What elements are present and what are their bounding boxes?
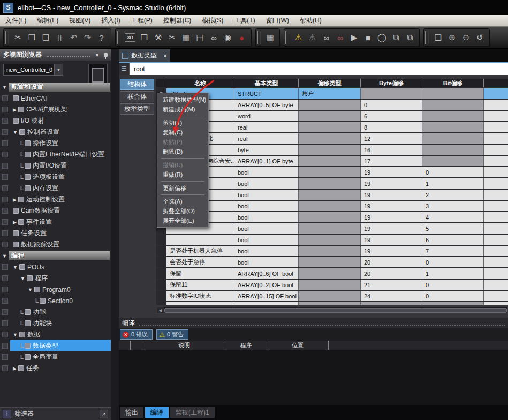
cross-reference-icon[interactable]: ✂	[165, 31, 179, 44]
cell-bit-offset[interactable]: 4	[422, 212, 483, 222]
cell-bit-offset[interactable]: 0	[422, 280, 483, 290]
cell-bit-offset[interactable]	[422, 302, 483, 305]
menu-item[interactable]: 插入(I)	[96, 16, 125, 25]
close-icon[interactable]: ×	[164, 52, 167, 59]
cell-offset-type[interactable]	[298, 133, 360, 144]
run-mode-icon[interactable]: ▶	[347, 31, 361, 44]
cell-byte-offset[interactable]: 21	[360, 280, 422, 290]
tree-item-memory-settings[interactable]: L内存设置	[0, 183, 111, 194]
cell-byte-offset[interactable]: 19	[360, 246, 422, 256]
transfer-from-controller-icon[interactable]: ⧉	[403, 31, 416, 44]
cell-byte-offset[interactable]: 16	[360, 145, 422, 155]
menu-item[interactable]: 视图(V)	[64, 16, 96, 25]
tree-item-data-types[interactable]: L数据类型	[0, 340, 111, 351]
watch-window-icon[interactable]: ∞	[207, 31, 221, 44]
tree-item-controller-settings[interactable]: ▼控制器设置	[0, 126, 111, 138]
tree-item-global-vars[interactable]: L全局变量	[0, 351, 111, 363]
cell-bit-offset[interactable]: 2	[422, 190, 483, 200]
cell-byte-offset[interactable]: 20	[360, 257, 422, 267]
cell-name[interactable]: 保留11	[166, 280, 234, 290]
table-row[interactable]: real8	[156, 121, 508, 132]
table-row[interactable]: ARRAY[0..5] OF byte0	[156, 99, 508, 110]
chevron-right-icon[interactable]: ▶	[13, 197, 17, 202]
table-row[interactable]: bool193	[156, 200, 508, 211]
table-row[interactable]: bool194	[156, 211, 508, 222]
scrollbar-thumb[interactable]	[164, 308, 507, 313]
cell-offset-type[interactable]	[298, 100, 360, 110]
table-row[interactable]: 保留ARRAY[0..6] OF bool201	[156, 267, 508, 279]
cell-bit-offset[interactable]: 5	[422, 223, 483, 234]
tree-item-ethercat[interactable]: EtherCAT	[0, 93, 111, 104]
cell-bit-offset[interactable]	[422, 122, 483, 132]
chevron-down-icon[interactable]: ▼	[20, 276, 25, 281]
cell-byte-offset[interactable]: 20	[360, 268, 422, 279]
offline-icon[interactable]: ⚠	[306, 31, 319, 44]
cell-offset-type[interactable]	[298, 156, 360, 166]
transfer-to-controller-icon[interactable]: ⧉	[389, 31, 403, 44]
warnings-badge[interactable]: ⚠ 0 警告	[156, 329, 188, 340]
cell-offset-type[interactable]	[298, 201, 360, 211]
table-row[interactable]: byte16	[156, 144, 508, 155]
cell-offset-type[interactable]	[298, 190, 360, 200]
cell-base-type[interactable]: STRUCT	[234, 88, 298, 99]
cell-name[interactable]: 是否处于机器人急停	[166, 246, 234, 256]
copy-icon[interactable]: ❐	[25, 31, 39, 44]
context-menu-item[interactable]: 展开全部(E)	[157, 216, 208, 226]
cell-offset-type[interactable]	[298, 235, 360, 245]
cell-bit-offset[interactable]	[422, 100, 483, 110]
cell-base-type[interactable]: bool	[234, 212, 298, 222]
cell-base-type[interactable]: byte	[234, 145, 298, 155]
program-mode-icon[interactable]: ■	[361, 31, 375, 44]
cell-byte-offset[interactable]: 0	[360, 100, 422, 110]
cell-base-type[interactable]: ARRAY[0..1] OF byte	[234, 156, 298, 166]
controller-selector[interactable]: new_Controller_0 ▼	[3, 64, 63, 76]
table-row[interactable]: word6	[156, 110, 508, 121]
table-row[interactable]	[156, 301, 508, 305]
data-trace-icon[interactable]: ▦	[179, 31, 193, 44]
menu-item[interactable]: 帮助(H)	[294, 16, 327, 25]
filter-bar[interactable]: i 筛选器 ↗	[0, 407, 111, 420]
online-icon[interactable]: ⚠	[292, 31, 305, 44]
cut-icon[interactable]: ✂	[11, 31, 25, 44]
category-tab-枚举类型[interactable]: 枚举类型	[120, 103, 154, 115]
tab-data-types[interactable]: 数据类型 ×	[119, 49, 170, 62]
menu-item[interactable]: 编辑(E)	[32, 16, 64, 25]
table-row[interactable]: ▼elibotinSTRUCT用户	[156, 87, 508, 99]
cell-base-type[interactable]: real	[234, 133, 298, 144]
cell-base-type[interactable]	[234, 302, 298, 305]
tree-section-header[interactable]: ▼配置和设置	[1, 82, 110, 92]
abort-icon[interactable]: ●	[235, 31, 248, 44]
tree-item-io-map[interactable]: I/O 映射	[0, 115, 111, 126]
category-tab-联合体[interactable]: 联合体	[120, 91, 154, 102]
undo-icon[interactable]: ↶	[67, 31, 80, 44]
cell-byte-offset[interactable]: 24	[360, 291, 422, 301]
help-icon[interactable]: ?	[95, 31, 108, 44]
cell-bit-offset[interactable]	[422, 145, 483, 155]
cell-bit-offset[interactable]	[422, 156, 483, 166]
tree-item-section[interactable]: LSection0	[0, 295, 111, 306]
table-row[interactable]: bool196	[156, 234, 508, 245]
cell-offset-type[interactable]	[298, 280, 360, 290]
bottom-tab-编译[interactable]: 编译	[145, 407, 169, 418]
cell-name[interactable]: 保留	[166, 268, 234, 279]
cell-offset-type[interactable]	[298, 291, 360, 301]
table-row[interactable]: 标准数字IO状态ARRAY[0..15] OF bool240	[156, 290, 508, 301]
tree-item-option-board[interactable]: L选项板设置	[0, 171, 111, 183]
cell-base-type[interactable]: word	[234, 111, 298, 121]
cell-byte-offset[interactable]: 6	[360, 111, 422, 121]
delete-icon[interactable]: ▯	[53, 31, 66, 44]
cell-bit-offset[interactable]	[422, 111, 483, 121]
table-row[interactable]: bool190	[156, 166, 508, 177]
zoom-in-icon[interactable]: ⊕	[445, 31, 459, 44]
cell-base-type[interactable]: bool	[234, 223, 298, 234]
cell-byte-offset[interactable]: 17	[360, 156, 422, 166]
menu-item[interactable]: 窗口(W)	[261, 16, 294, 25]
zoom-out-icon[interactable]: ⊖	[459, 31, 473, 44]
cell-offset-type[interactable]	[298, 167, 360, 177]
tree-item-function-blocks[interactable]: L功能块	[0, 318, 111, 329]
build-panel-header[interactable]: 编译	[119, 318, 508, 328]
cell-byte-offset[interactable]: 19	[360, 201, 422, 211]
context-menu-item[interactable]: 重做(R)	[157, 170, 208, 179]
pin-icon[interactable]	[104, 53, 108, 57]
cell-base-type[interactable]: real	[234, 122, 298, 132]
